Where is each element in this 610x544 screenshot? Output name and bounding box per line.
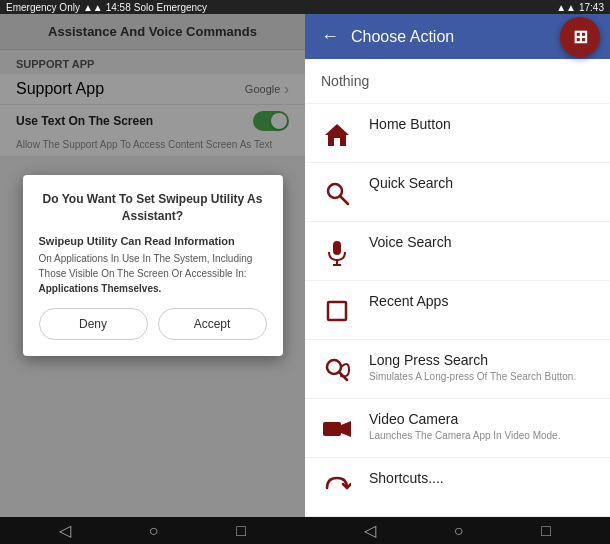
status-left: Emergency Only ▲▲ 14:58 Solo Emergency: [6, 2, 207, 13]
right-panel: ← Choose Action ⊞ Nothing Home Button: [305, 14, 610, 517]
search-icon: [321, 177, 353, 209]
action-text-long-press: Long Press Search Simulates A Long-press…: [369, 352, 594, 383]
action-item-voice-search[interactable]: Voice Search: [305, 222, 610, 281]
bottom-nav-left: ◁ ○ □: [0, 517, 305, 544]
action-text-video-camera: Video Camera Launches The Camera App In …: [369, 411, 594, 442]
action-text-shortcuts: Shortcuts....: [369, 470, 594, 486]
right-header-title: Choose Action: [351, 28, 594, 46]
action-item-video-camera[interactable]: Video Camera Launches The Camera App In …: [305, 399, 610, 458]
nothing-item[interactable]: Nothing: [305, 59, 610, 104]
action-item-shortcuts[interactable]: Shortcuts....: [305, 458, 610, 517]
recents-nav-btn-left[interactable]: □: [228, 518, 254, 544]
dialog-title: Do You Want To Set Swipeup Utility As As…: [39, 191, 267, 225]
dialog-buttons: Deny Accept: [39, 308, 267, 340]
dialog-subtitle: Swipeup Utility Can Read Information: [39, 235, 267, 247]
deny-button[interactable]: Deny: [39, 308, 148, 340]
assistant-dialog: Do You Want To Set Swipeup Utility As As…: [23, 175, 283, 356]
back-nav-btn-left[interactable]: ◁: [51, 517, 79, 544]
mic-icon: [321, 236, 353, 268]
back-arrow-icon[interactable]: ←: [321, 26, 339, 47]
svg-rect-6: [328, 302, 346, 320]
dialog-body: On Applications In Use In The System, In…: [39, 251, 267, 296]
status-time-left: 14:58: [106, 2, 131, 13]
left-panel: Assistance And Voice Commands Support Ap…: [0, 14, 305, 517]
bottom-nav: ◁ ○ □ ◁ ○ □: [0, 517, 610, 544]
action-list: Nothing Home Button: [305, 59, 610, 517]
action-item-long-press-search[interactable]: Long Press Search Simulates A Long-press…: [305, 340, 610, 399]
status-bar: Emergency Only ▲▲ 14:58 Solo Emergency ▲…: [0, 0, 610, 14]
action-text-quick-search: Quick Search: [369, 175, 594, 191]
fab-plus-icon: ⊞: [573, 26, 588, 48]
emergency-text-left: Emergency Only: [6, 2, 80, 13]
recents-nav-btn-right[interactable]: □: [533, 518, 559, 544]
home-nav-btn-left[interactable]: ○: [141, 518, 167, 544]
svg-rect-9: [323, 422, 341, 436]
action-text-home: Home Button: [369, 116, 594, 132]
square-icon: [321, 295, 353, 327]
status-time-right: 17:43: [579, 2, 604, 13]
svg-line-2: [340, 196, 348, 204]
svg-marker-0: [325, 124, 349, 146]
back-nav-btn-right[interactable]: ◁: [356, 517, 384, 544]
shortcuts-icon: [321, 472, 353, 504]
main-area: Assistance And Voice Commands Support Ap…: [0, 14, 610, 517]
status-right: ▲▲ 17:43: [556, 2, 604, 13]
video-camera-icon: [321, 413, 353, 445]
action-text-recent-apps: Recent Apps: [369, 293, 594, 309]
status-icons-right: ▲▲: [556, 2, 576, 13]
home-nav-btn-right[interactable]: ○: [446, 518, 472, 544]
dialog-overlay: Do You Want To Set Swipeup Utility As As…: [0, 14, 305, 517]
search-loop-icon: [321, 354, 353, 386]
bottom-nav-right: ◁ ○ □: [305, 517, 610, 544]
svg-rect-3: [333, 241, 341, 255]
status-icons-left: ▲▲: [83, 2, 103, 13]
accept-button[interactable]: Accept: [158, 308, 267, 340]
right-header: ← Choose Action ⊞: [305, 14, 610, 59]
home-icon: [321, 118, 353, 150]
fab-add-button[interactable]: ⊞: [560, 17, 600, 57]
action-text-voice-search: Voice Search: [369, 234, 594, 250]
action-item-recent-apps[interactable]: Recent Apps: [305, 281, 610, 340]
action-item-quick-search[interactable]: Quick Search: [305, 163, 610, 222]
status-center-text: Solo Emergency: [134, 2, 207, 13]
action-item-home-button[interactable]: Home Button: [305, 104, 610, 163]
svg-marker-10: [341, 421, 351, 437]
